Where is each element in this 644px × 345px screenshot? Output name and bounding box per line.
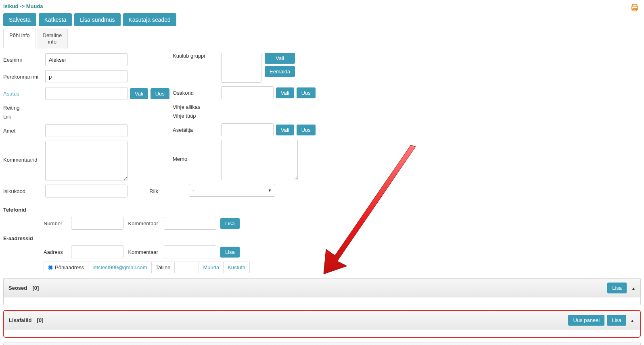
email-add-button[interactable]: Lisa xyxy=(220,247,240,258)
tabs: Põhi info Detailne info xyxy=(3,29,641,49)
top-toolbar: Salvesta Katkesta Lisa sündmus Kasutaja … xyxy=(3,13,641,26)
phones-section-title: Telefonid xyxy=(3,207,641,213)
label-hint-source: Vihje allikas xyxy=(173,104,221,110)
email-city: Tallinn xyxy=(151,262,175,273)
email-delete-link[interactable]: Kustuta xyxy=(228,264,245,270)
label-address: Aadress xyxy=(44,249,67,255)
label-lastname: Perekonnanimi xyxy=(3,74,45,80)
position-input[interactable] xyxy=(45,124,128,137)
tab-basic[interactable]: Põhi info xyxy=(3,29,36,48)
label-firstname: Eesnimi xyxy=(3,57,45,63)
email-address-input[interactable] xyxy=(71,245,123,258)
attachments-collapse-icon[interactable] xyxy=(628,317,634,323)
label-primary: Põhiaadress xyxy=(55,264,84,270)
label-position: Amet xyxy=(3,128,45,134)
attachments-title: Lisafailid xyxy=(9,317,31,323)
org-input[interactable] xyxy=(45,87,128,100)
label-department: Osakond xyxy=(173,90,221,96)
attachments-count: [0] xyxy=(37,317,44,323)
email-link[interactable]: letstest999@gmail.com xyxy=(92,264,147,270)
department-input[interactable] xyxy=(221,86,274,99)
save-button[interactable]: Salvesta xyxy=(3,13,36,26)
email-table: Põhiaadress letstest999@gmail.com Tallin… xyxy=(44,262,250,273)
group-remove-button[interactable]: Eemalda xyxy=(265,66,295,77)
label-deputy: Asetäitja xyxy=(173,127,221,133)
relations-panel: Seosed [0] Lisa xyxy=(3,278,641,305)
org-select-button[interactable]: Vali xyxy=(130,88,148,99)
label-memo: Memo xyxy=(173,140,221,162)
history-panel: Ajalugu [0] xyxy=(3,343,641,345)
label-comments: Kommentaarid xyxy=(3,141,45,163)
department-select-button[interactable]: Vali xyxy=(276,87,294,98)
group-select-button[interactable]: Vali xyxy=(265,53,295,64)
label-phone-comment: Kommentaar xyxy=(128,220,160,227)
label-org[interactable]: Asutus xyxy=(3,91,45,97)
relations-add-button[interactable]: Lisa xyxy=(607,283,627,293)
firstname-input[interactable] xyxy=(45,53,128,66)
phone-comment-input[interactable] xyxy=(164,217,216,230)
memo-textarea[interactable] xyxy=(221,140,298,180)
personal-code-input[interactable] xyxy=(45,185,128,197)
deputy-select-button[interactable]: Vali xyxy=(276,125,294,135)
breadcrumb: Isikud -> Muuda xyxy=(3,0,641,11)
deputy-input[interactable] xyxy=(221,123,274,136)
label-rating: Reiting xyxy=(3,105,45,111)
phone-add-button[interactable]: Lisa xyxy=(220,218,240,229)
user-settings-button[interactable]: Kasutaja seaded xyxy=(123,13,176,26)
label-hint-type: Vihje tüüp xyxy=(173,113,221,119)
label-number: Number xyxy=(44,220,67,227)
org-new-button[interactable]: Uus xyxy=(151,88,169,99)
attachments-add-button[interactable]: Lisa xyxy=(607,315,626,326)
group-listbox[interactable] xyxy=(221,53,261,83)
label-country: Riik xyxy=(138,188,158,194)
label-personal-code: Isikukood xyxy=(3,188,45,194)
relations-count: [0] xyxy=(32,285,39,291)
label-group: Kuulub gruppi xyxy=(173,53,221,59)
primary-email-radio[interactable] xyxy=(48,265,53,270)
lastname-input[interactable] xyxy=(45,70,128,83)
country-select[interactable]: - xyxy=(189,184,275,197)
email-edit-link[interactable]: Muuda xyxy=(203,264,219,270)
label-email-comment: Kommentaar xyxy=(128,249,160,255)
relations-collapse-icon[interactable] xyxy=(629,285,636,291)
deputy-new-button[interactable]: Uus xyxy=(297,125,316,135)
label-kind: Liik xyxy=(3,114,45,120)
table-row: Põhiaadress letstest999@gmail.com Tallin… xyxy=(44,262,250,273)
attachments-new-panel-button[interactable]: Uus paneel xyxy=(568,315,604,326)
emails-section-title: E-aadressid xyxy=(3,235,641,241)
attachments-panel: Lisafailid [0] Uus paneel Lisa xyxy=(3,310,641,338)
comments-textarea[interactable] xyxy=(45,141,128,181)
phone-number-input[interactable] xyxy=(71,217,123,230)
tab-detail[interactable]: Detailne info xyxy=(37,29,68,48)
add-event-button[interactable]: Lisa sündmus xyxy=(74,13,120,26)
department-new-button[interactable]: Uus xyxy=(297,87,316,98)
relations-title: Seosed xyxy=(8,285,27,291)
cancel-button[interactable]: Katkesta xyxy=(39,13,72,26)
email-comment-input[interactable] xyxy=(164,245,216,258)
print-icon[interactable] xyxy=(630,3,639,13)
